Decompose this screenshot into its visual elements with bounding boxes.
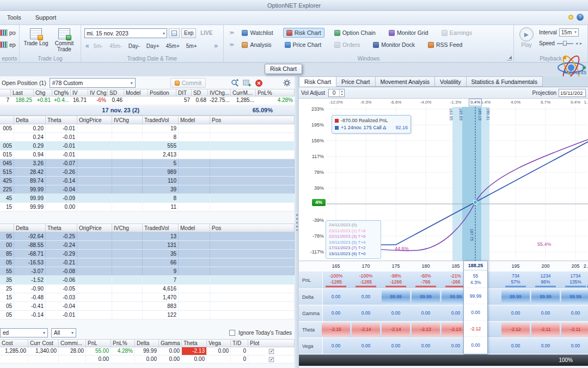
tab-price-chart[interactable]: Price Chart bbox=[336, 76, 376, 87]
trade-log-button[interactable]: Trade Log bbox=[23, 27, 49, 53]
table-row[interactable]: 15-0.48-0.031,470 bbox=[0, 293, 295, 302]
column-header[interactable]: Model bbox=[179, 224, 210, 232]
tab-statistics-fundamentals[interactable]: Statistics & Fundamentals bbox=[467, 76, 543, 87]
reports-button[interactable]: ports bbox=[0, 27, 16, 39]
dialog-launcher-icon[interactable]: ◢ bbox=[507, 56, 512, 61]
step-button-5m-[interactable]: 5m+ bbox=[184, 42, 199, 50]
column-header[interactable]: IVChg bbox=[112, 116, 143, 124]
table-row[interactable]: 05-0.14-0.01122 bbox=[0, 311, 295, 319]
step-button-5m-[interactable]: 5m- bbox=[91, 42, 105, 50]
step-back-icon[interactable]: « bbox=[85, 43, 89, 49]
column-header[interactable]: Curr Cost bbox=[28, 340, 59, 347]
table-row[interactable]: 22599.99-0.0439 bbox=[0, 185, 295, 194]
column-header[interactable]: PnL bbox=[86, 340, 111, 347]
column-header[interactable]: TradedVol bbox=[143, 116, 179, 124]
type-filter-select[interactable]: All ▾ bbox=[51, 328, 76, 337]
table-row[interactable]: 05-0.41-0.04883 bbox=[0, 302, 295, 311]
column-header[interactable]: Last bbox=[11, 89, 34, 96]
column-header[interactable]: PnL% bbox=[256, 89, 295, 96]
ribbon-toggle-orders[interactable]: Orders bbox=[331, 40, 363, 50]
column-header[interactable]: T/D bbox=[231, 340, 248, 347]
panel-splitter[interactable] bbox=[295, 76, 299, 368]
column-header[interactable]: Chg bbox=[34, 89, 52, 96]
tab-movement-analysis[interactable]: Movement Analysis bbox=[376, 76, 435, 87]
slider-thumb[interactable] bbox=[563, 41, 567, 46]
column-header[interactable] bbox=[0, 89, 11, 96]
menu-item-support[interactable]: Support bbox=[28, 11, 64, 25]
table-row[interactable]: 95-92.64-0.2513 bbox=[0, 232, 295, 241]
column-header[interactable]: Delta bbox=[14, 224, 46, 232]
settings-gear-icon[interactable] bbox=[283, 79, 291, 87]
trade-filter-select[interactable]: ed ▾ bbox=[0, 328, 48, 337]
table-row[interactable]: 25-0.90-0.054,616 bbox=[0, 285, 295, 293]
column-header[interactable]: TradedVol bbox=[143, 224, 179, 232]
zoom-icon[interactable] bbox=[231, 79, 240, 87]
exp-button[interactable]: Exp bbox=[181, 28, 196, 38]
table-row[interactable]: 0050.20-0.0119 bbox=[0, 124, 295, 133]
ribbon-toggle-analysis[interactable]: Analysis bbox=[238, 40, 274, 50]
tip-icon[interactable] bbox=[568, 15, 573, 20]
table-row[interactable]: 1599.990.0011 bbox=[0, 203, 295, 212]
column-header[interactable]: Theta bbox=[46, 224, 77, 232]
commit-button[interactable]: Commit bbox=[170, 78, 206, 88]
table-row[interactable]: 51528.42-0.26989 bbox=[0, 168, 295, 177]
table-row[interactable]: 35-1.52-0.067 bbox=[0, 276, 295, 285]
ribbon-toggle-price-chart[interactable]: Price Chart bbox=[281, 40, 325, 50]
column-header[interactable]: OrigPrice bbox=[77, 116, 112, 124]
table-row[interactable]: 4599.99-0.098 bbox=[0, 194, 295, 203]
table-row[interactable]: 42589.74-0.14110 bbox=[0, 177, 295, 185]
date-input[interactable]: mi. 15 nov. 2023 ▾ bbox=[84, 28, 167, 38]
column-header[interactable]: IV Chg bbox=[88, 89, 108, 96]
ribbon-toggle-monitor-grid[interactable]: Monitor Grid bbox=[385, 28, 432, 38]
column-header[interactable]: Pos bbox=[210, 224, 295, 232]
ribbon-toggle-earnings[interactable]: Earnings bbox=[438, 28, 475, 38]
table-row[interactable]: 00-88.55-0.24131 bbox=[0, 241, 295, 250]
column-header[interactable]: Theta bbox=[46, 116, 77, 124]
vol-adjust-stepper[interactable]: 0 ▲▼ bbox=[328, 89, 345, 97]
column-header[interactable]: SD bbox=[192, 89, 208, 96]
position-select[interactable]: #78 Custom ▾ bbox=[50, 78, 136, 88]
add-grid-icon[interactable] bbox=[243, 79, 252, 87]
step-button-45m-[interactable]: 45m- bbox=[107, 42, 124, 50]
speed-down-icon[interactable]: ◂ bbox=[575, 41, 578, 46]
speed-slider[interactable] bbox=[557, 41, 573, 46]
ribbon-toggle-option-chain[interactable]: Option Chain bbox=[331, 28, 379, 38]
column-header[interactable] bbox=[0, 116, 14, 124]
step-button-day-[interactable]: Day+ bbox=[144, 42, 162, 50]
ribbon-toggle-risk-chart[interactable]: Risk Chart bbox=[283, 28, 324, 38]
plot-checkbox[interactable] bbox=[268, 348, 273, 353]
column-header[interactable]: Position bbox=[148, 89, 176, 96]
menu-item-tools[interactable]: Tools bbox=[0, 11, 28, 25]
close-position-icon[interactable] bbox=[255, 79, 264, 87]
column-header[interactable]: PnL% bbox=[111, 340, 135, 347]
column-header[interactable]: IVChg... bbox=[208, 89, 231, 96]
ribbon-toggle-watchlist[interactable]: Watchlist bbox=[238, 28, 276, 38]
reports-button-2[interactable]: eports bbox=[0, 39, 16, 51]
projection-date-input[interactable]: 15/11/202 bbox=[559, 89, 586, 97]
table-row[interactable]: 55-3.07-0.089 bbox=[0, 267, 295, 276]
commit-trade-button[interactable]: Commit Trade bbox=[51, 27, 77, 53]
column-header[interactable]: Model bbox=[124, 89, 148, 96]
accounts-link[interactable]: Accounts bbox=[563, 69, 586, 75]
column-header[interactable]: Vega bbox=[207, 340, 231, 347]
step-forward-icon[interactable]: » bbox=[214, 43, 218, 49]
table-row[interactable]: 0453.26-0.075 bbox=[0, 159, 295, 168]
table-row[interactable]: 05-16.53-0.2166 bbox=[0, 258, 295, 267]
table-row[interactable]: 0050.29-0.01555 bbox=[0, 142, 295, 150]
down-arrow-icon[interactable]: ▼ bbox=[340, 93, 344, 96]
table-row[interactable]: 85-68.71-0.2935 bbox=[0, 250, 295, 258]
plot-checkbox[interactable] bbox=[268, 357, 273, 361]
column-header[interactable]: SD bbox=[108, 89, 124, 96]
interval-select[interactable]: 15m ▾ bbox=[559, 28, 579, 37]
ribbon-toggle-rss-feed[interactable]: RSS Feed bbox=[425, 40, 465, 50]
column-header[interactable]: Delta bbox=[14, 116, 46, 124]
tab-risk-chart[interactable]: Risk Chart bbox=[299, 76, 336, 87]
help-icon[interactable]: ? bbox=[577, 14, 584, 21]
step-button-45m-[interactable]: 45m+ bbox=[163, 42, 181, 50]
column-header[interactable]: Cost bbox=[0, 340, 28, 347]
ribbon-toggle-monitor-dock[interactable]: Monitor Dock bbox=[370, 40, 418, 50]
column-header[interactable]: Gamma bbox=[159, 340, 182, 347]
column-header[interactable]: DIT bbox=[176, 89, 192, 96]
column-header[interactable]: Commi... bbox=[59, 340, 86, 347]
play-button[interactable]: ▶ bbox=[519, 27, 534, 41]
